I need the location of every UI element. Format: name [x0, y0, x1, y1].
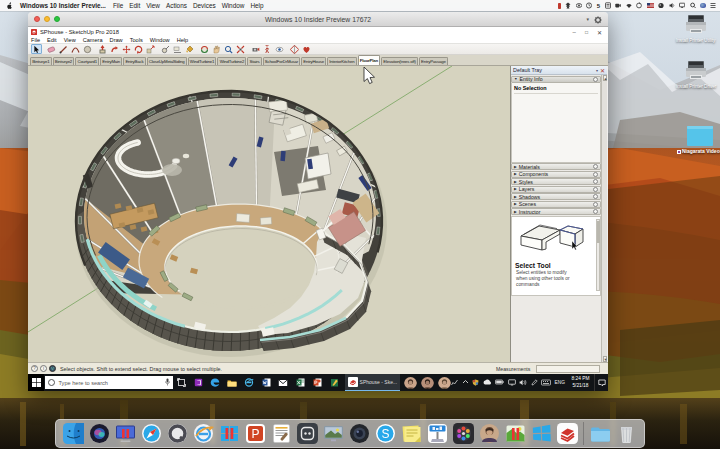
tray-hidden-icons-caret[interactable]	[462, 379, 469, 386]
headset-icon[interactable]	[658, 2, 664, 9]
menubar-menu-file[interactable]: File	[113, 2, 123, 9]
sync-icon[interactable]	[636, 2, 642, 9]
shape-tool[interactable]	[82, 44, 93, 54]
sk-menu-edit[interactable]: Edit	[47, 37, 57, 43]
dock-downloads-folder[interactable]	[590, 423, 611, 444]
language-indicator[interactable]: ENG	[555, 380, 565, 385]
drawing-canvas[interactable]	[28, 66, 511, 362]
taskbar-word-icon[interactable]	[258, 374, 275, 391]
tray-activity-icon[interactable]	[451, 379, 458, 387]
window-minimize-icon[interactable]: –	[573, 29, 576, 35]
section-tool[interactable]	[289, 44, 300, 54]
taskbar-excel-icon[interactable]	[292, 374, 309, 391]
start-button[interactable]	[28, 374, 44, 391]
dock-finder[interactable]	[63, 423, 84, 444]
scale-tool[interactable]	[145, 44, 156, 54]
tray-header[interactable]: Default Tray ▾ ✕	[511, 66, 607, 75]
scene-tab-entryback[interactable]: EntryBack	[123, 57, 145, 65]
taskbar-mail-icon[interactable]	[275, 374, 292, 391]
sk-menu-camera[interactable]: Camera	[83, 37, 103, 43]
apple-menu-icon[interactable]	[7, 2, 13, 10]
notification-center-icon[interactable]	[710, 2, 716, 9]
scene-tab-courtyard1[interactable]: Courtyard1	[75, 57, 99, 65]
scene-tab-entrypassage[interactable]: EntryPassage	[419, 57, 448, 65]
scene-tab-closeupmetalsiding[interactable]: CloseUpMetalSiding	[147, 57, 187, 65]
tray-section-styles[interactable]: ▶ Styles	[511, 178, 601, 185]
taskbar-office-icon[interactable]	[190, 374, 207, 391]
dock-imovie[interactable]	[453, 423, 474, 444]
taskbar-publisher-icon[interactable]	[326, 374, 343, 391]
eye-icon[interactable]	[576, 2, 582, 9]
desktop-icon-printer-2[interactable]: Install Printer Driver	[676, 60, 716, 89]
wifi-icon[interactable]	[626, 2, 632, 9]
pin-icon[interactable]	[593, 209, 598, 214]
vm-titlebar[interactable]: Windows 10 Insider Preview 17672 ▾	[28, 12, 608, 27]
pan-tool[interactable]	[211, 44, 222, 54]
scrollbar-thumb[interactable]	[597, 221, 600, 243]
vpn-icon[interactable]	[565, 2, 571, 9]
scroll-up-icon[interactable]: ▲	[603, 75, 608, 81]
select-tool[interactable]	[31, 44, 42, 54]
dock-contact-photo[interactable]	[479, 423, 500, 444]
tape-measure-tool[interactable]	[160, 44, 171, 54]
notes-icon[interactable]	[605, 2, 611, 9]
position-camera-tool[interactable]	[250, 44, 261, 54]
dock-powerpoint[interactable]: P	[245, 423, 266, 444]
rotate-tool[interactable]	[133, 44, 144, 54]
dock-keynote[interactable]	[427, 423, 448, 444]
scene-tab-interiorkitchen[interactable]: InteriorKitchen	[327, 57, 356, 65]
menubar-menu-view[interactable]: View	[146, 2, 160, 9]
taskbar-app-sketchup[interactable]: SPhouse - Ske...	[345, 374, 401, 391]
pin-icon[interactable]	[593, 164, 598, 169]
scene-tab-bintseye2[interactable]: Bintseye2	[53, 57, 75, 65]
taskbar-clock[interactable]: 8:24 PM5/21/18	[572, 376, 590, 388]
scene-tab-stairs[interactable]: Stairs	[247, 57, 261, 65]
scene-tab-windturbine1[interactable]: WindTurbine1	[188, 57, 217, 65]
warehouse-tool[interactable]	[301, 44, 312, 54]
help-icon[interactable]: ?	[31, 365, 38, 372]
dimension-tool[interactable]	[172, 44, 183, 54]
scene-tab-schoolfordrmusar[interactable]: SchoolForDrMusar	[263, 57, 301, 65]
dock-parallels-green[interactable]	[505, 423, 526, 444]
action-center-icon[interactable]	[594, 374, 608, 391]
push-pull-tool[interactable]	[97, 44, 108, 54]
pin-icon[interactable]	[593, 194, 598, 199]
sk-menu-help[interactable]: Help	[177, 37, 189, 43]
battery-icon[interactable]	[558, 3, 561, 9]
tray-section-shadows[interactable]: ▶ Shadows	[511, 193, 601, 200]
dock-textedit[interactable]	[271, 423, 292, 444]
pin-icon[interactable]	[593, 77, 598, 82]
menubar-menu-window[interactable]: Window	[222, 2, 245, 9]
tray-defender-icon[interactable]	[472, 379, 479, 387]
taskbar-search-input[interactable]: Type here to search	[45, 376, 172, 389]
orbit-tool[interactable]	[199, 44, 210, 54]
arc-tool[interactable]	[70, 44, 81, 54]
instructor-scrollbar[interactable]	[596, 219, 600, 291]
walk-tool[interactable]	[262, 44, 273, 54]
menubar-menu-devices[interactable]: Devices	[193, 2, 216, 9]
tray-onedrive-icon[interactable]	[483, 379, 492, 386]
look-around-tool[interactable]	[274, 44, 285, 54]
dock-stickies[interactable]	[401, 423, 422, 444]
desktop-icon-videos-folder[interactable]: Niagarata Videos	[677, 126, 720, 154]
sk-menu-file[interactable]: File	[31, 37, 40, 43]
follow-me-tool[interactable]	[109, 44, 120, 54]
paint-bucket-tool[interactable]	[184, 44, 195, 54]
window-maximize-icon[interactable]: □	[585, 29, 588, 35]
dock-trash[interactable]	[616, 423, 637, 444]
sk-menu-window[interactable]: Window	[150, 37, 170, 43]
dock-windows-parallels[interactable]	[219, 423, 240, 444]
dock-launchpad-tile[interactable]	[297, 423, 318, 444]
window-close-icon[interactable]: ✕	[597, 29, 602, 36]
taskbar-file-explorer-icon[interactable]	[224, 374, 241, 391]
tray-speaker-icon[interactable]	[519, 379, 527, 387]
zoom-extents-tool[interactable]	[235, 44, 246, 54]
spotlight-icon[interactable]	[690, 2, 696, 9]
taskbar-people-2[interactable]	[421, 376, 434, 389]
zoom-tool[interactable]	[223, 44, 234, 54]
sk-menu-tools[interactable]: Tools	[130, 37, 143, 43]
tray-scrollbar[interactable]: ▲ ▼	[601, 75, 607, 362]
tray-battery-tray-icon[interactable]	[495, 379, 504, 386]
tray-keyboard-icon[interactable]	[541, 379, 551, 387]
geolocation-icon[interactable]	[49, 365, 56, 372]
